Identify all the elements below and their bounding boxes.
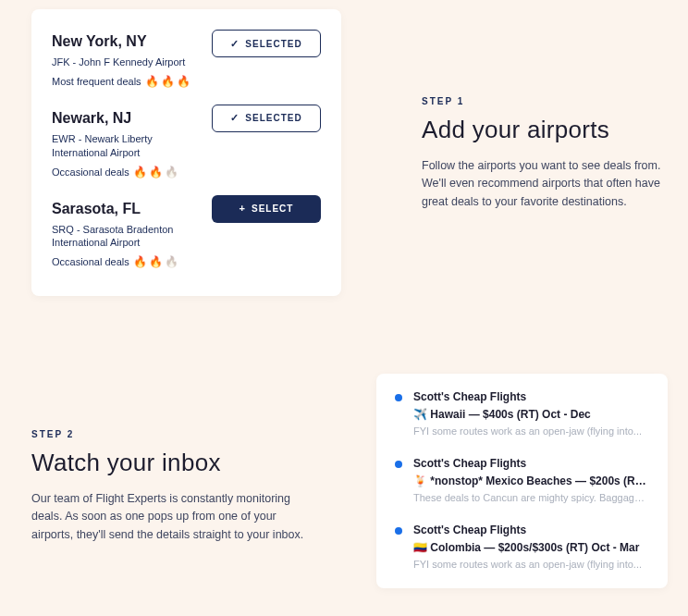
- fire-icon: 🔥: [145, 75, 159, 88]
- step-body: Follow the airports you want to see deal…: [422, 157, 662, 211]
- airport-row: Sarasota, FL SRQ - Sarasota Bradenton In…: [52, 191, 321, 282]
- deals-label: Occasional deals: [52, 166, 129, 178]
- step-label: STEP 1: [422, 96, 662, 106]
- inbox-preview-card: Scott's Cheap Flights ✈️ Hawaii — $400s …: [376, 374, 668, 588]
- airport-row: New York, NY JFK - John F Kennedy Airpor…: [52, 26, 321, 101]
- airport-selection-card: New York, NY JFK - John F Kennedy Airpor…: [31, 9, 341, 296]
- deals-frequency: Most frequent deals 🔥 🔥 🔥: [52, 75, 321, 88]
- fire-rating: 🔥 🔥 🔥: [133, 166, 178, 179]
- unread-dot-icon: [395, 394, 402, 401]
- deals-label: Occasional deals: [52, 256, 129, 267]
- email-subject: ✈️ Hawaii — $400s (RT) Oct - Dec: [413, 408, 649, 421]
- fire-rating: 🔥 🔥 🔥: [133, 255, 178, 268]
- plus-icon: +: [240, 203, 246, 214]
- select-button[interactable]: + SELECT: [212, 195, 321, 223]
- selected-button[interactable]: ✓ SELECTED: [212, 30, 321, 57]
- email-icon: 🇨🇴: [413, 541, 427, 554]
- email-sender: Scott's Cheap Flights: [413, 524, 649, 536]
- email-icon: 🍹: [413, 474, 427, 487]
- airport-code-name: EWR - Newark Liberty International Airpo…: [52, 132, 209, 160]
- airport-code-name: SRQ - Sarasota Bradenton International A…: [52, 223, 209, 251]
- email-row: Scott's Cheap Flights 🍹 *nonstop* Mexico…: [395, 457, 649, 503]
- fire-icon: 🔥: [165, 166, 178, 179]
- email-preview: FYI some routes work as an open-jaw (fly…: [413, 559, 649, 570]
- email-icon: ✈️: [413, 408, 427, 421]
- fire-icon: 🔥: [165, 255, 178, 268]
- email-subject-text: Hawaii — $400s (RT) Oct - Dec: [430, 408, 590, 421]
- button-label: SELECT: [252, 203, 293, 214]
- deals-frequency: Occasional deals 🔥 🔥 🔥: [52, 255, 321, 268]
- email-row: Scott's Cheap Flights ✈️ Hawaii — $400s …: [395, 390, 649, 437]
- airport-row: Newark, NJ EWR - Newark Liberty Internat…: [52, 101, 321, 191]
- fire-rating: 🔥 🔥 🔥: [145, 75, 190, 88]
- step-2-section: STEP 2 Watch your inbox Our team of Flig…: [31, 429, 309, 544]
- email-subject-text: Colombia — $200s/$300s (RT) Oct - Mar: [430, 541, 639, 554]
- email-subject: 🇨🇴 Colombia — $200s/$300s (RT) Oct - Mar: [413, 541, 649, 554]
- fire-icon: 🔥: [177, 75, 190, 88]
- email-preview: FYI some routes work as an open-jaw (fly…: [413, 425, 649, 437]
- fire-icon: 🔥: [149, 255, 163, 268]
- selected-button[interactable]: ✓ SELECTED: [212, 105, 321, 132]
- check-icon: ✓: [230, 39, 240, 49]
- fire-icon: 🔥: [133, 166, 147, 179]
- step-title: Add your airports: [422, 116, 662, 144]
- check-icon: ✓: [230, 113, 240, 123]
- button-label: SELECTED: [245, 113, 301, 123]
- deals-label: Most frequent deals: [52, 76, 141, 87]
- unread-dot-icon: [395, 527, 402, 535]
- unread-dot-icon: [395, 461, 402, 468]
- fire-icon: 🔥: [149, 166, 163, 179]
- step-body: Our team of Flight Experts is constantly…: [31, 490, 309, 544]
- step-label: STEP 2: [31, 429, 309, 439]
- button-label: SELECTED: [245, 39, 301, 49]
- airport-code-name: JFK - John F Kennedy Airport: [52, 55, 209, 69]
- step-title: Watch your inbox: [31, 449, 309, 477]
- email-sender: Scott's Cheap Flights: [413, 457, 649, 470]
- email-sender: Scott's Cheap Flights: [413, 390, 649, 403]
- email-row: Scott's Cheap Flights 🇨🇴 Colombia — $200…: [395, 524, 649, 570]
- fire-icon: 🔥: [161, 75, 175, 88]
- email-subject-text: *nonstop* Mexico Beaches — $200s (RT, ba…: [430, 474, 649, 487]
- deals-frequency: Occasional deals 🔥 🔥 🔥: [52, 166, 321, 179]
- email-preview: These deals to Cancun are mighty spicy. …: [413, 492, 649, 503]
- step-1-section: STEP 1 Add your airports Follow the airp…: [422, 96, 662, 211]
- email-subject: 🍹 *nonstop* Mexico Beaches — $200s (RT, …: [413, 474, 649, 487]
- fire-icon: 🔥: [133, 255, 147, 268]
